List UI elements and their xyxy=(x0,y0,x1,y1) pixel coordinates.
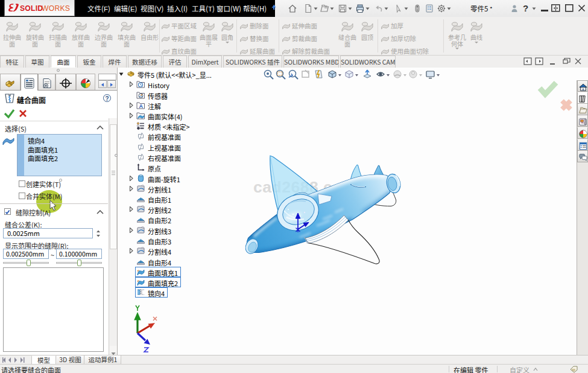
svg-text:A: A xyxy=(139,103,144,109)
svg-text:WORKS: WORKS xyxy=(42,4,70,13)
svg-text:SOLID: SOLID xyxy=(20,4,43,13)
